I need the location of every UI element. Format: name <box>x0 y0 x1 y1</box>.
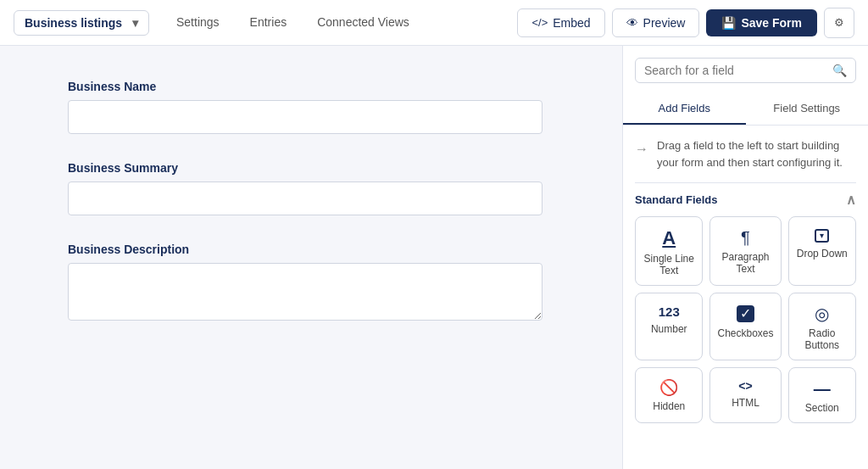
nav-connected-views[interactable]: Connected Views <box>303 8 423 37</box>
field-card-hidden[interactable]: 🚫 Hidden <box>635 367 703 423</box>
standard-fields-label: Standard Fields <box>635 193 718 206</box>
field-card-label-hidden: Hidden <box>653 400 685 412</box>
tab-field-settings[interactable]: Field Settings <box>746 93 869 125</box>
hidden-icon: 🚫 <box>659 380 678 395</box>
search-input-wrap: 🔍 <box>635 58 856 83</box>
drop-down-icon: ▾ <box>815 229 829 243</box>
field-card-label-single-line-text: Single Line Text <box>643 253 695 276</box>
field-card-number[interactable]: 123 Number <box>635 293 703 360</box>
main-layout: Business Name Business Summary Business … <box>0 46 868 469</box>
single-line-text-icon: A <box>662 229 676 248</box>
panel-tabs: Add Fields Field Settings <box>623 93 868 126</box>
section-icon: — <box>814 380 831 397</box>
form-canvas: Business Name Business Summary Business … <box>0 46 622 469</box>
right-panel: 🔍 Add Fields Field Settings → Drag a fie… <box>622 46 868 469</box>
radio-buttons-icon: ◎ <box>815 305 829 322</box>
field-input-business-summary[interactable] <box>68 181 542 215</box>
preview-button[interactable]: 👁 Preview <box>612 8 700 37</box>
field-input-business-name[interactable] <box>68 100 542 134</box>
search-box: 🔍 <box>623 46 868 83</box>
field-group-business-name: Business Name <box>68 80 554 134</box>
cursor-icon: → <box>635 139 648 159</box>
nav-entries[interactable]: Entries <box>236 8 301 37</box>
field-card-label-html: HTML <box>732 397 760 409</box>
search-icon: 🔍 <box>832 64 847 77</box>
chevron-down-icon: ▾ <box>132 16 138 30</box>
gear-icon: ⚙ <box>834 16 844 29</box>
fields-section: Standard Fields ∧ A Single Line Text ¶ P… <box>623 182 868 469</box>
settings-gear-button[interactable]: ⚙ <box>824 8 854 38</box>
nav-links: Settings Entries Connected Views <box>163 8 423 37</box>
html-icon: <> <box>738 380 752 392</box>
hint-text: Drag a field to the left to start buildi… <box>657 137 856 170</box>
search-input[interactable] <box>644 64 827 77</box>
nav-settings[interactable]: Settings <box>163 8 233 37</box>
field-card-html[interactable]: <> HTML <box>709 367 781 423</box>
save-icon: 💾 <box>721 16 736 30</box>
field-group-business-description: Business Description <box>68 243 554 323</box>
field-card-drop-down[interactable]: ▾ Drop Down <box>788 216 856 286</box>
fields-grid: A Single Line Text ¶ Paragraph Text ▾ Dr… <box>635 216 856 423</box>
field-label-business-description: Business Description <box>68 243 554 256</box>
embed-button[interactable]: </> Embed <box>517 8 604 37</box>
paragraph-text-icon: ¶ <box>741 229 750 246</box>
field-card-label-section: Section <box>805 402 839 414</box>
embed-code-icon: </> <box>531 16 548 29</box>
field-card-label-number: Number <box>651 323 687 335</box>
save-form-button[interactable]: 💾 Save Form <box>706 9 817 36</box>
checkboxes-icon: ✓ <box>737 305 754 322</box>
field-label-business-name: Business Name <box>68 80 554 93</box>
panel-hint: → Drag a field to the left to start buil… <box>623 126 868 182</box>
field-card-section[interactable]: — Section <box>788 367 856 423</box>
field-label-business-summary: Business Summary <box>68 161 554 175</box>
form-selector[interactable]: Business listings ▾ <box>14 10 149 36</box>
field-card-label-radio-buttons: Radio Buttons <box>796 327 849 351</box>
eye-icon: 👁 <box>626 16 638 30</box>
field-card-checkboxes[interactable]: ✓ Checkboxes <box>709 293 781 360</box>
collapse-icon[interactable]: ∧ <box>846 192 856 208</box>
field-card-single-line-text[interactable]: A Single Line Text <box>635 216 703 286</box>
standard-fields-header: Standard Fields ∧ <box>635 182 856 216</box>
field-group-business-summary: Business Summary <box>68 161 554 215</box>
field-card-label-paragraph-text: Paragraph Text <box>717 251 773 275</box>
field-card-paragraph-text[interactable]: ¶ Paragraph Text <box>709 216 781 286</box>
field-card-label-drop-down: Drop Down <box>797 248 848 260</box>
field-card-radio-buttons[interactable]: ◎ Radio Buttons <box>788 293 856 360</box>
top-nav: Business listings ▾ Settings Entries Con… <box>0 0 868 46</box>
tab-add-fields[interactable]: Add Fields <box>623 93 746 125</box>
number-icon: 123 <box>659 305 680 318</box>
form-selector-label: Business listings <box>25 16 122 30</box>
field-textarea-business-description[interactable] <box>68 263 542 321</box>
field-card-label-checkboxes: Checkboxes <box>717 327 773 339</box>
